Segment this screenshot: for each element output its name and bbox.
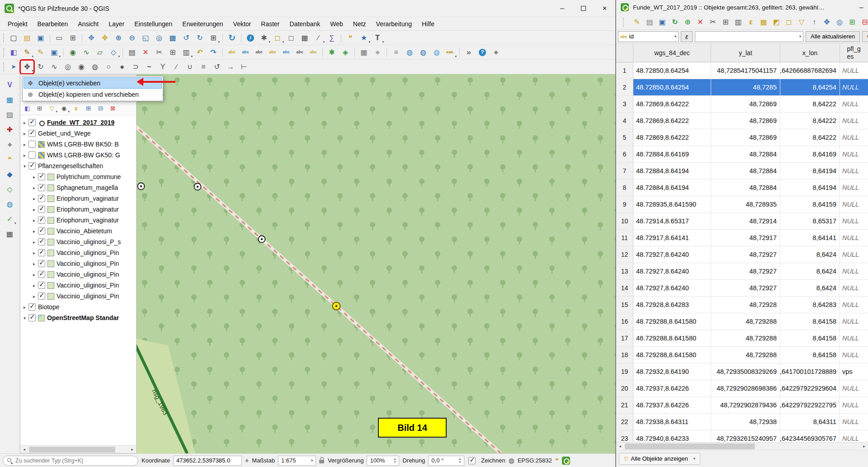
expander-icon[interactable]: ▸ (31, 185, 37, 190)
cell-pflges[interactable]: NULL (840, 297, 868, 313)
open-layer-styling-icon[interactable]: ◧▾ (22, 103, 33, 114)
table-row[interactable]: 18 48.729288,8.641580 48,729288 8,64158 … (616, 347, 868, 363)
geometry-snapper-icon[interactable]: ◇▾ (4, 183, 16, 196)
cell-xlon[interactable]: 8,64222 (780, 96, 840, 113)
expander-icon[interactable]: ▸ (31, 175, 37, 179)
layer-item[interactable]: ▸ Vaccinio_uliginosi_Pin (20, 291, 136, 302)
globe-plugin-icon[interactable]: ◍▾ (4, 198, 16, 211)
cell-ylat[interactable]: 48,72927 (711, 280, 780, 297)
vector-edits-icon[interactable]: ✓▾ (4, 213, 16, 226)
layer-checkbox[interactable] (38, 292, 45, 300)
cell-ylat[interactable]: 48,729288 (711, 313, 780, 330)
copy-icon[interactable]: ⊞▾ (720, 16, 731, 28)
paste-icon[interactable]: ▥▾ (732, 16, 744, 28)
zoom-to-selection-icon[interactable]: ◎▾ (834, 16, 845, 28)
invert-selection-icon[interactable]: ◩▾ (770, 16, 782, 28)
expander-icon[interactable]: ▸ (31, 240, 37, 245)
layer-checkbox[interactable] (38, 271, 45, 278)
cell-wgs[interactable]: 48.72869,8.64222 (633, 129, 711, 146)
filter-selection-icon[interactable]: ▽▾ (796, 16, 807, 28)
menu-item[interactable]: Erweiterungen (177, 18, 228, 30)
row-number[interactable]: 9 (616, 196, 633, 213)
simplify-feature-icon[interactable]: ∿▾ (48, 61, 61, 73)
row-number[interactable]: 3 (616, 96, 633, 113)
expander-icon[interactable]: ▾ (22, 164, 28, 169)
globe-icon[interactable]: ◍ (509, 457, 514, 465)
cell-xlon[interactable]: 8,64169 (780, 146, 840, 163)
cell-xlon[interactable]: 8,642344569305767 (780, 430, 840, 442)
column-header-wgs[interactable]: wgs_84_dec (633, 43, 711, 62)
layer-item[interactable]: ▸ Vaccinio_uliginosi_Pin (20, 247, 136, 258)
cell-ylat[interactable]: 48,729288 (711, 347, 780, 363)
expander-icon[interactable]: ▸ (31, 229, 37, 234)
cell-xlon[interactable]: 8,64159 (780, 196, 840, 213)
table-row[interactable]: 8 48.72884,8.64194 48,72884 8,64194 NULL (616, 179, 868, 196)
select-all-icon[interactable]: ▦▾ (758, 16, 769, 28)
layer-checkbox[interactable] (38, 206, 45, 213)
reload-table-icon[interactable]: ↻▾ (669, 16, 681, 28)
layer-checkbox[interactable] (38, 173, 45, 180)
cell-wgs[interactable]: 48.72932,8.64190 (633, 363, 711, 380)
move-selection-top-icon[interactable]: ↑▾ (808, 16, 820, 28)
web-service-icon[interactable]: ◍▾ (417, 46, 429, 59)
expression-input[interactable]: ▾ (695, 31, 803, 42)
cell-wgs[interactable]: 48.72940,8.64233 (633, 430, 711, 442)
table-row[interactable]: 12 48.72927,8.64240 48,72927 8,6424 NULL (616, 246, 868, 263)
delete-selected-icon[interactable]: ✕▾ (694, 16, 706, 28)
layer-item[interactable]: ▸ Vaccinio_Abietetum (20, 226, 136, 236)
toggle-editing-icon[interactable]: ✎▾ (631, 16, 643, 28)
layer-checkbox[interactable] (38, 217, 45, 224)
scroll-left-icon[interactable]: ◂ (20, 446, 28, 453)
cell-wgs[interactable]: 48.729288,8.641580 (633, 313, 711, 330)
table-row[interactable]: 13 48.72927,8.64240 48,72927 8,6424 NULL (616, 263, 868, 280)
offset-point-symbol-icon[interactable]: →▾ (224, 61, 237, 73)
vertex-tool-icon[interactable]: ◇▾ (107, 46, 120, 59)
georeferencer-icon[interactable]: ⌖▾ (371, 46, 384, 59)
close-button[interactable]: ✕ (594, 0, 615, 17)
annotation-tool-icon[interactable]: ❝▾ (4, 153, 16, 166)
refresh-map-icon[interactable]: ↻▾ (226, 32, 238, 44)
modify-attributes-icon[interactable]: ▤▾ (126, 46, 138, 59)
layer-checkbox[interactable] (28, 314, 36, 321)
kml-tools-icon[interactable]: KML▾ (444, 46, 457, 59)
feature-marker[interactable] (259, 236, 265, 243)
menu-item[interactable]: Raster (256, 18, 284, 30)
table-row[interactable]: 11 48.72917,8.64141 48,72917 8,64141 NUL… (616, 230, 868, 246)
layer-label[interactable]: Vaccinio_uliginosi_Pin (57, 282, 119, 289)
cell-pflges[interactable]: vps (840, 363, 868, 380)
layer-item[interactable]: ▸ Vaccinio_uliginosi_Pin (20, 258, 136, 269)
row-number[interactable]: 21 (616, 397, 633, 414)
scroll-track[interactable] (624, 443, 860, 450)
move-feature-icon[interactable]: ✥▾ (21, 61, 33, 73)
table-row[interactable]: 21 48.72937,8.64226 48,7292902879436 8,6… (616, 397, 868, 414)
cad-dock-icon[interactable]: ⌖▾ (490, 46, 502, 59)
layer-label[interactable]: Sphagnetum_magella (57, 184, 118, 191)
measure-icon[interactable]: ∕▾ (312, 32, 325, 44)
rotate-point-symbols-icon[interactable]: ↺▾ (211, 61, 223, 73)
cell-wgs[interactable]: 48.72869,8.64222 (633, 113, 711, 129)
cut-features-icon[interactable]: ✂▾ (153, 46, 165, 59)
layer-item[interactable]: ▸ Biotope (20, 302, 136, 312)
expression-builder-button[interactable]: ε (681, 31, 693, 42)
new-map-view-icon[interactable]: ⊞▾ (207, 32, 220, 44)
toolbar-separator[interactable]: ▾ (48, 32, 52, 44)
cell-xlon[interactable]: 8,64158 (780, 347, 840, 363)
cell-ylat[interactable]: 48,72928 (711, 297, 780, 313)
delete-selected-icon[interactable]: ✕▾ (139, 46, 152, 59)
add-part-icon[interactable]: ◉▾ (75, 61, 88, 73)
cell-pflges[interactable]: NULL (840, 96, 868, 113)
cell-pflges[interactable]: NULL (840, 430, 868, 442)
table-row[interactable]: 4 48.72869,8.64222 48,72869 8,64222 NULL (616, 113, 868, 129)
pan-map-icon[interactable]: ✥▾ (85, 32, 98, 44)
table-row[interactable]: 9 48.728935,8.641590 48,728935 8,64159 N… (616, 196, 868, 213)
deselect-all-icon[interactable]: ◻▾ (783, 16, 795, 28)
raster-calculator-icon[interactable]: ▦▾ (358, 46, 370, 59)
new-bookmark-icon[interactable]: ★▾ (358, 32, 370, 44)
menu-item[interactable]: Vektor (228, 18, 256, 30)
menu-item[interactable]: Datenbank (285, 18, 326, 30)
toolbar-separator[interactable]: ▾ (339, 32, 343, 44)
zoom-to-layer-icon[interactable]: ▦▾ (166, 32, 179, 44)
layer-labeling-icon[interactable]: abc▾ (226, 46, 238, 59)
layer-checkbox[interactable] (38, 249, 45, 256)
mouse-position-icon[interactable]: ⌖ (245, 457, 249, 465)
